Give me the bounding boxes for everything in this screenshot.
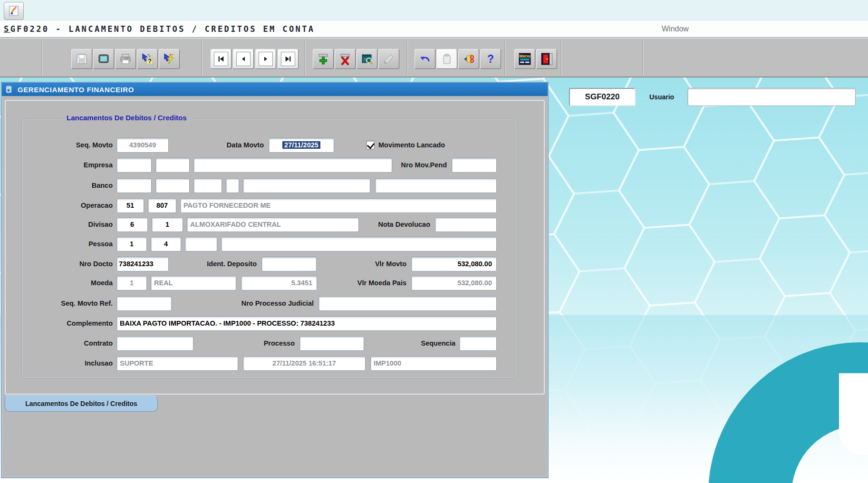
app-icon-button[interactable] — [4, 2, 24, 20]
operacao-code2-field[interactable]: 807 — [148, 198, 176, 213]
pessoa-code1-field[interactable]: 1 — [116, 237, 147, 251]
insert-record-button[interactable] — [313, 49, 334, 69]
previous-record-icon — [239, 54, 248, 64]
clear-form-button[interactable] — [93, 49, 114, 69]
help-icon: ? — [484, 53, 497, 65]
exit-button[interactable] — [536, 49, 557, 69]
ident-deposito-field[interactable] — [261, 257, 317, 271]
processo-field[interactable] — [299, 336, 364, 351]
empresa-code2-field[interactable] — [155, 158, 190, 173]
operacao-code1-field[interactable]: 51 — [116, 198, 144, 213]
moeda-code-field[interactable]: 1 — [116, 276, 147, 290]
nro-docto-field[interactable]: 738241233 — [116, 257, 169, 271]
group-title: Lancamentos De Debitos / Creditos — [61, 112, 193, 124]
seq-movto-field[interactable]: 4390549 — [116, 138, 169, 153]
svg-text:?: ? — [148, 58, 152, 65]
banco-code2-field[interactable] — [155, 178, 190, 193]
edit-field-button[interactable] — [378, 49, 399, 69]
empresa-label: Empresa — [10, 158, 113, 173]
empresa-code1-field[interactable] — [116, 158, 152, 173]
divisao-code2-field[interactable]: 1 — [152, 217, 183, 232]
banco-code1-field[interactable] — [116, 178, 152, 193]
list-of-values-button[interactable] — [357, 49, 377, 69]
toolbar-separator — [505, 40, 506, 76]
svg-text:?: ? — [487, 53, 494, 65]
help-button[interactable]: ? — [480, 49, 501, 69]
exit-icon — [540, 52, 553, 66]
tab-lancamentos-debitos-creditos[interactable]: Lancamentos De Debitos / Creditos — [5, 396, 158, 412]
nro-processo-judicial-field[interactable] — [318, 296, 497, 311]
nro-mov-pend-label: Nro Mov.Pend — [393, 158, 447, 173]
pessoa-code2-field[interactable]: 4 — [151, 237, 181, 251]
vlr-moeda-pais-field[interactable]: 532,080.00 — [411, 276, 497, 290]
save-button[interactable] — [71, 49, 92, 69]
seq-movto-label: Seq. Movto — [10, 138, 113, 153]
contrato-field[interactable] — [116, 336, 193, 351]
complemento-field[interactable]: BAIXA PAGTO IMPORTACAO. - IMP1000 - PROC… — [116, 316, 497, 331]
print-button[interactable] — [115, 49, 136, 69]
first-record-button[interactable] — [211, 49, 231, 69]
clipboard-button[interactable] — [436, 49, 457, 69]
moeda-label: Moeda — [10, 276, 113, 290]
toolbar-separator — [42, 40, 43, 76]
sequencia-label: Sequencia — [389, 336, 455, 351]
undo-button[interactable] — [415, 49, 435, 69]
data-movto-label: Data Movto — [190, 138, 264, 153]
inclusao-origin-field[interactable]: IMP1000 — [370, 356, 497, 371]
divisao-name-field[interactable]: ALMOXARIFADO CENTRAL — [187, 217, 359, 232]
inclusao-datetime-field[interactable]: 27/11/2025 16:51:17 — [243, 356, 366, 371]
menu-window[interactable]: Window — [662, 25, 700, 33]
nota-devolucao-field[interactable] — [435, 217, 497, 232]
edit-field-icon — [383, 53, 395, 65]
pessoa-name-field[interactable] — [221, 237, 497, 251]
last-record-button[interactable] — [278, 49, 299, 69]
operacao-label: Operacao — [10, 198, 113, 213]
previous-record-button[interactable] — [233, 49, 254, 69]
pessoa-code3-field[interactable] — [185, 237, 217, 251]
vlr-movto-label: Vlr Movto — [333, 257, 406, 271]
vlr-moeda-pais-label: Vlr Moeda Pais — [323, 276, 406, 290]
toolbar-separator — [643, 40, 644, 76]
last-record-icon — [283, 54, 293, 64]
cancel-button[interactable] — [458, 49, 479, 69]
operacao-name-field[interactable]: PAGTO FORNECEDOR ME — [180, 198, 497, 213]
banco-code3-field[interactable] — [193, 178, 222, 193]
next-record-pane — [259, 52, 273, 66]
banco-label: Banco — [10, 178, 113, 193]
previous-record-pane — [236, 52, 251, 66]
divisao-code1-field[interactable]: 6 — [116, 217, 148, 232]
enter-query-icon: ? — [141, 53, 154, 65]
vlr-movto-field[interactable]: 532,080.00 — [411, 257, 497, 271]
banco-name-field[interactable] — [243, 178, 370, 193]
delete-record-button[interactable] — [335, 49, 356, 69]
window-title: GERENCIAMENTO FINANCEIRO — [18, 86, 134, 94]
module-code-field: SGF0220 — [569, 88, 636, 106]
seq-movto-ref-field[interactable] — [116, 296, 172, 311]
moeda-name-field[interactable]: REAL — [151, 276, 236, 290]
last-record-pane — [281, 52, 295, 66]
data-movto-field[interactable]: 27/11/2025 — [269, 138, 334, 153]
toolbar: ? — [0, 38, 868, 77]
nro-mov-pend-field[interactable] — [452, 158, 497, 173]
enter-query-button[interactable]: ? — [137, 49, 158, 69]
java-applet-icon — [8, 5, 20, 17]
sequencia-field[interactable] — [459, 336, 497, 351]
moeda-rate-field[interactable]: 5.3451 — [241, 276, 317, 290]
inclusao-user-field[interactable]: SUPORTE — [116, 356, 238, 371]
menu-button[interactable]: Menu — [514, 49, 535, 69]
empresa-name-field[interactable] — [193, 158, 392, 173]
toolbar-separator — [305, 40, 306, 76]
toolbar-separator — [202, 40, 203, 76]
next-record-icon — [261, 54, 270, 64]
inclusao-label: Inclusao — [10, 356, 113, 371]
usuario-input[interactable] — [687, 88, 856, 106]
usuario-label: Usuario — [649, 88, 685, 106]
seq-movto-ref-label: Seq. Movto Ref. — [10, 296, 113, 311]
delete-record-icon — [339, 53, 351, 65]
movimento-lancado-checkbox[interactable] — [366, 141, 375, 149]
banco-code4-field[interactable] — [226, 178, 239, 193]
window-title-bar[interactable]: GERENCIAMENTO FINANCEIRO — [2, 83, 548, 96]
banco-agency-field[interactable] — [375, 178, 497, 193]
execute-query-button[interactable] — [159, 49, 180, 69]
next-record-button[interactable] — [255, 49, 276, 69]
